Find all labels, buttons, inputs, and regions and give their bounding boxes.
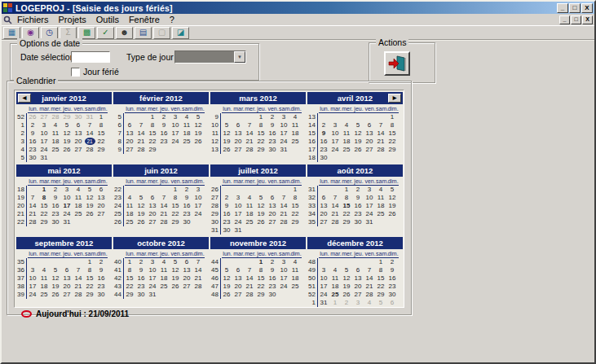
calendar-day[interactable]: 3 bbox=[147, 258, 158, 266]
calendar-day[interactable]: 30 bbox=[95, 291, 107, 299]
calendar-day[interactable]: 17 bbox=[232, 210, 244, 218]
calendar-day[interactable]: 3 bbox=[27, 266, 38, 274]
calendar-day[interactable]: 8 bbox=[84, 266, 95, 274]
calendar-day[interactable]: 9 bbox=[50, 194, 61, 202]
calendar-day[interactable]: 30 bbox=[50, 218, 61, 226]
calendar-day[interactable]: 4 bbox=[375, 186, 386, 194]
toolbar-chart-icon[interactable]: ▤ bbox=[135, 27, 152, 39]
calendar-day[interactable]: 28 bbox=[192, 283, 204, 291]
calendar-day[interactable]: 12 bbox=[255, 202, 267, 210]
calendar-day[interactable]: 4 bbox=[181, 113, 192, 121]
calendar-day[interactable]: 17 bbox=[170, 129, 181, 138]
toolbar-table-icon[interactable]: ▦ bbox=[3, 27, 20, 39]
calendar-day[interactable]: 2 bbox=[135, 258, 147, 266]
calendar-day[interactable]: 1 bbox=[289, 186, 301, 194]
calendar-day[interactable]: 11 bbox=[375, 194, 386, 202]
calendar-day[interactable]: 22 bbox=[386, 138, 398, 146]
calendar-day[interactable]: 23 bbox=[27, 146, 38, 154]
calendar-day[interactable]: 26 bbox=[27, 113, 38, 121]
calendar-day[interactable]: 14 bbox=[329, 202, 341, 210]
calendar-day[interactable]: 27 bbox=[364, 146, 375, 154]
calendar-day[interactable]: 14 bbox=[192, 266, 204, 274]
calendar-day[interactable]: 12 bbox=[50, 274, 61, 283]
calendar-day[interactable]: 1 bbox=[84, 258, 95, 266]
calendar-day[interactable]: 31 bbox=[84, 113, 95, 121]
calendar-day[interactable]: 26 bbox=[84, 210, 95, 218]
calendar-day[interactable]: 18 bbox=[124, 210, 135, 218]
calendar-day[interactable]: 8 bbox=[124, 266, 135, 274]
calendar-day[interactable]: 18 bbox=[289, 129, 301, 138]
calendar-day[interactable]: 8 bbox=[375, 266, 386, 274]
calendar-day[interactable]: 13 bbox=[124, 129, 135, 138]
calendar-day[interactable]: 18 bbox=[181, 129, 192, 138]
calendar-day[interactable]: 6 bbox=[181, 258, 192, 266]
menu-item-?[interactable]: ? bbox=[165, 15, 179, 25]
calendar-day[interactable]: 10 bbox=[232, 202, 244, 210]
calendar-day[interactable]: 10 bbox=[192, 194, 204, 202]
calendar-day[interactable]: 11 bbox=[341, 129, 352, 138]
calendar-day[interactable]: 17 bbox=[329, 138, 341, 146]
calendar-day[interactable]: 15 bbox=[38, 202, 50, 210]
calendar-day[interactable]: 3 bbox=[170, 113, 181, 121]
calendar-day[interactable]: 21 bbox=[27, 210, 38, 218]
calendar-day[interactable]: 23 bbox=[386, 283, 398, 291]
calendar-day[interactable]: 15 bbox=[255, 129, 267, 138]
calendar-day[interactable]: 25 bbox=[181, 138, 192, 146]
calendar-day[interactable]: 4 bbox=[73, 186, 84, 194]
calendar-day[interactable]: 15 bbox=[170, 202, 181, 210]
calendar-day[interactable]: 27 bbox=[73, 146, 84, 154]
calendar-day[interactable]: 8 bbox=[170, 194, 181, 202]
calendar-day[interactable]: 28 bbox=[27, 218, 38, 226]
menu-item-outils[interactable]: Outils bbox=[91, 15, 124, 25]
child-minimize-button[interactable]: _ bbox=[559, 15, 570, 24]
menu-item-fentre[interactable]: Fenêtre bbox=[124, 15, 165, 25]
calendar-day[interactable]: 26 bbox=[341, 291, 352, 299]
calendar-day[interactable]: 2 bbox=[318, 121, 329, 129]
calendar-day[interactable]: 14 bbox=[375, 129, 386, 138]
calendar-day[interactable]: 28 bbox=[375, 146, 386, 154]
calendar-day[interactable]: 18 bbox=[329, 283, 341, 291]
calendar-day[interactable]: 18 bbox=[341, 138, 352, 146]
calendar-day[interactable]: 28 bbox=[84, 146, 95, 154]
calendar-day[interactable]: 25 bbox=[50, 146, 61, 154]
calendar-day[interactable]: 24 bbox=[192, 210, 204, 218]
calendar-day[interactable]: 31 bbox=[318, 299, 329, 307]
calendar-day[interactable]: 16 bbox=[221, 210, 232, 218]
calendar-day[interactable]: 12 bbox=[170, 266, 181, 274]
calendar-day[interactable]: 10 bbox=[27, 274, 38, 283]
calendar-day[interactable]: 5 bbox=[341, 266, 352, 274]
calendar-day[interactable]: 15 bbox=[255, 274, 267, 283]
calendar-day[interactable]: 19 bbox=[352, 138, 364, 146]
calendar-day[interactable]: 14 bbox=[158, 202, 170, 210]
calendar-day[interactable]: 14 bbox=[244, 274, 255, 283]
calendar-day[interactable]: 7 bbox=[135, 121, 147, 129]
calendar-day[interactable]: 30 bbox=[27, 154, 38, 162]
calendar-day[interactable]: 18 bbox=[38, 283, 50, 291]
calendar-day[interactable]: 10 bbox=[170, 121, 181, 129]
calendar-day[interactable]: 20 bbox=[73, 138, 84, 146]
calendar-day[interactable]: 1 bbox=[170, 186, 181, 194]
calendar-day[interactable]: 19 bbox=[50, 283, 61, 291]
calendar-day[interactable]: 8 bbox=[255, 121, 267, 129]
calendar-day[interactable]: 26 bbox=[50, 291, 61, 299]
calendar-day[interactable]: 21 bbox=[244, 138, 255, 146]
calendar-day[interactable]: 11 bbox=[50, 129, 61, 138]
calendar-day[interactable]: 19 bbox=[84, 202, 95, 210]
menu-item-fichiers[interactable]: Fichiers bbox=[12, 15, 54, 25]
calendar-day[interactable]: 28 bbox=[135, 146, 147, 154]
calendar-day[interactable]: 1 bbox=[124, 258, 135, 266]
calendar-day[interactable]: 6 bbox=[95, 186, 107, 194]
calendar-day[interactable]: 12 bbox=[386, 194, 398, 202]
child-close-button[interactable]: X bbox=[582, 15, 593, 24]
calendar-day[interactable]: 4 bbox=[364, 299, 375, 307]
calendar-day[interactable]: 23 bbox=[221, 218, 232, 226]
calendar-day[interactable]: 3 bbox=[318, 266, 329, 274]
calendar-day[interactable]: 14 bbox=[278, 202, 289, 210]
calendar-day[interactable]: 11 bbox=[124, 202, 135, 210]
calendar-day[interactable]: 17 bbox=[27, 283, 38, 291]
calendar-day[interactable]: 17 bbox=[38, 138, 50, 146]
calendar-day[interactable]: 13 bbox=[95, 194, 107, 202]
holiday-checkbox[interactable] bbox=[71, 68, 80, 77]
calendar-day[interactable]: 17 bbox=[61, 202, 73, 210]
calendar-day[interactable]: 4 bbox=[244, 194, 255, 202]
